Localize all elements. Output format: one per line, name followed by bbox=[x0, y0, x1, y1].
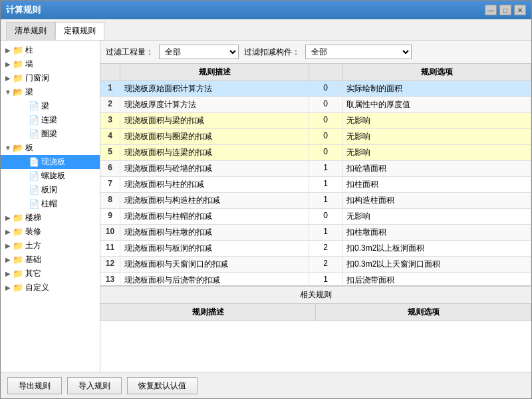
folder-icon-earth: 📁 bbox=[13, 241, 23, 251]
sidebar-label-slab: 板 bbox=[25, 142, 33, 154]
table-row[interactable]: 10 现浇板面积与柱墩的扣减 1 扣柱墩面积 bbox=[100, 225, 531, 241]
td-val: 2 bbox=[309, 241, 342, 256]
tree-arrow-col: ▶ bbox=[3, 47, 13, 54]
td-desc: 现浇板面积与柱的扣减 bbox=[120, 177, 309, 192]
sidebar-item-decoration[interactable]: ▶ 📁 装修 bbox=[1, 225, 100, 239]
tab-checklist[interactable]: 清单规则 bbox=[6, 22, 55, 40]
td-desc: 现浇板原始面积计算方法 bbox=[120, 81, 309, 96]
restore-button[interactable]: 恢复默认认值 bbox=[127, 377, 198, 394]
td-num: 1 bbox=[100, 81, 120, 96]
sidebar-label-luo: 螺旋板 bbox=[41, 170, 65, 182]
sidebar-item-ban-dong[interactable]: 📄 板洞 bbox=[1, 183, 100, 197]
import-button[interactable]: 导入规则 bbox=[67, 377, 122, 394]
sidebar-label-lian: 连梁 bbox=[41, 114, 57, 126]
td-val: 0 bbox=[309, 81, 342, 96]
related-table-header: 规则描述 规则选项 bbox=[100, 304, 531, 321]
td-option: 扣后浇带面积 bbox=[342, 273, 531, 285]
table-row[interactable]: 7 现浇板面积与柱的扣减 1 扣柱面积 bbox=[100, 177, 531, 193]
table-row[interactable]: 9 现浇板面积与柱帽的扣减 0 无影响 bbox=[100, 209, 531, 225]
minimize-button[interactable]: — bbox=[485, 5, 497, 15]
td-option: 无影响 bbox=[342, 113, 531, 128]
sidebar-item-custom[interactable]: ▶ 📁 自定义 bbox=[1, 281, 100, 295]
sidebar-label-door: 门窗洞 bbox=[25, 72, 49, 84]
td-val: 1 bbox=[309, 177, 342, 192]
td-desc: 现浇板面积与后浇带的扣减 bbox=[120, 273, 309, 285]
table-row[interactable]: 8 现浇板面积与构造柱的扣减 1 扣构造柱面积 bbox=[100, 193, 531, 209]
td-option: 扣构造柱面积 bbox=[342, 193, 531, 208]
sidebar-item-lian-beam[interactable]: 📄 连梁 bbox=[1, 113, 100, 127]
td-option: 扣柱墩面积 bbox=[342, 225, 531, 240]
sidebar-item-col[interactable]: ▶ 📁 柱 bbox=[1, 43, 100, 57]
tab-quota[interactable]: 定额规则 bbox=[55, 22, 104, 40]
sidebar-item-foundation[interactable]: ▶ 📁 基础 bbox=[1, 253, 100, 267]
rules-table-section: 规则描述 规则选项 1 现浇板原始面积计算方法 0 实际绘制的面积 2 现浇板厚… bbox=[100, 64, 531, 285]
sidebar-label-wall: 墙 bbox=[25, 59, 33, 70]
table-row[interactable]: 12 现浇板面积与天窗洞口的扣减 2 扣0.3m2以上天窗洞口面积 bbox=[100, 257, 531, 273]
folder-icon-luo: 📄 bbox=[29, 171, 39, 181]
table-row[interactable]: 1 现浇板原始面积计算方法 0 实际绘制的面积 bbox=[100, 81, 531, 97]
td-num: 10 bbox=[100, 225, 120, 240]
sidebar-item-xian-slab[interactable]: 📄 现浇板 bbox=[1, 155, 100, 169]
tree-arrow-beam: ▼ bbox=[3, 88, 13, 96]
close-button[interactable]: ✕ bbox=[514, 5, 526, 15]
related-header: 相关规则 bbox=[100, 287, 531, 304]
maximize-button[interactable]: □ bbox=[499, 5, 511, 15]
sidebar-item-beam[interactable]: ▼ 📂 梁 bbox=[1, 85, 100, 99]
td-desc: 现浇板面积与板洞的扣减 bbox=[120, 241, 309, 256]
tree-arrow-stairs: ▶ bbox=[3, 214, 13, 221]
td-num: 5 bbox=[100, 145, 120, 160]
sidebar-item-other[interactable]: ▶ 📁 其它 bbox=[1, 267, 100, 281]
sidebar-item-earthwork[interactable]: ▶ 📁 土方 bbox=[1, 239, 100, 253]
table-row[interactable]: 3 现浇板面积与梁的扣减 0 无影响 bbox=[100, 113, 531, 129]
right-panel: 过滤工程量： 全部 过滤扣减构件： 全部 规则描述 规则选项 bbox=[100, 41, 531, 372]
tree-arrow-custom: ▶ bbox=[3, 284, 13, 291]
main-content: ▶ 📁 柱 ▶ 📁 墙 ▶ 📁 门窗洞 ▼ 📂 梁 bbox=[1, 40, 531, 372]
td-num: 11 bbox=[100, 241, 120, 256]
sidebar-item-slab[interactable]: ▼ 📂 板 bbox=[1, 141, 100, 155]
td-desc: 现浇板厚度计算方法 bbox=[120, 97, 309, 112]
related-table-body bbox=[100, 321, 531, 372]
td-val: 0 bbox=[309, 209, 342, 224]
table-body: 1 现浇板原始面积计算方法 0 实际绘制的面积 2 现浇板厚度计算方法 0 取属… bbox=[100, 81, 531, 285]
export-button[interactable]: 导出规则 bbox=[7, 377, 62, 394]
sidebar: ▶ 📁 柱 ▶ 📁 墙 ▶ 📁 门窗洞 ▼ 📂 梁 bbox=[1, 41, 100, 372]
td-desc: 现浇板面积与圈梁的扣减 bbox=[120, 129, 309, 144]
filter-deduct-select[interactable]: 全部 bbox=[305, 45, 412, 59]
sidebar-item-beam-sub[interactable]: 📄 梁 bbox=[1, 99, 100, 113]
folder-icon-mao: 📄 bbox=[29, 199, 39, 209]
filter-project-select[interactable]: 全部 bbox=[159, 45, 239, 59]
td-num: 3 bbox=[100, 113, 120, 128]
table-row[interactable]: 5 现浇板面积与连梁的扣减 0 无影响 bbox=[100, 145, 531, 161]
th-option: 规则选项 bbox=[342, 64, 531, 80]
td-option: 扣柱面积 bbox=[342, 177, 531, 192]
td-option: 扣0.3m2以上天窗洞口面积 bbox=[342, 257, 531, 272]
sidebar-item-luo-slab[interactable]: 📄 螺旋板 bbox=[1, 169, 100, 183]
table-row[interactable]: 11 现浇板面积与板洞的扣减 2 扣0.3m2以上板洞面积 bbox=[100, 241, 531, 257]
td-option: 实际绘制的面积 bbox=[342, 81, 531, 96]
table-row[interactable]: 13 现浇板面积与后浇带的扣减 1 扣后浇带面积 bbox=[100, 273, 531, 285]
table-row[interactable]: 4 现浇板面积与圈梁的扣减 0 无影响 bbox=[100, 129, 531, 145]
sidebar-label-stairs: 楼梯 bbox=[25, 212, 41, 223]
tree-arrow-deco: ▶ bbox=[3, 228, 13, 235]
td-val: 1 bbox=[309, 161, 342, 176]
folder-icon-door: 📁 bbox=[13, 73, 23, 83]
table-row[interactable]: 6 现浇板面积与砼墙的扣减 1 扣砼墙面积 bbox=[100, 161, 531, 177]
folder-icon-wall: 📁 bbox=[13, 59, 23, 69]
related-section: 相关规则 规则描述 规则选项 bbox=[100, 285, 531, 372]
table-row[interactable]: 2 现浇板厚度计算方法 0 取属性中的厚度值 bbox=[100, 97, 531, 113]
sidebar-item-wall[interactable]: ▶ 📁 墙 bbox=[1, 57, 100, 71]
td-option: 无影响 bbox=[342, 209, 531, 224]
sidebar-item-stairs[interactable]: ▶ 📁 楼梯 bbox=[1, 211, 100, 225]
folder-icon-beam: 📂 bbox=[13, 87, 23, 97]
sidebar-label-quan: 圈梁 bbox=[41, 128, 57, 140]
sidebar-item-zhu-mao[interactable]: 📄 柱帽 bbox=[1, 197, 100, 211]
sidebar-item-door-window[interactable]: ▶ 📁 门窗洞 bbox=[1, 71, 100, 85]
tree-arrow-found: ▶ bbox=[3, 256, 13, 263]
td-desc: 现浇板面积与柱墩的扣减 bbox=[120, 225, 309, 240]
sidebar-item-quan-beam[interactable]: 📄 圈梁 bbox=[1, 127, 100, 141]
related-th-desc: 规则描述 bbox=[100, 304, 316, 321]
td-val: 2 bbox=[309, 257, 342, 272]
sidebar-label-ban: 板洞 bbox=[41, 184, 57, 196]
sidebar-label-xian: 现浇板 bbox=[41, 156, 65, 168]
tab-bar: 清单规则 定额规则 bbox=[1, 19, 531, 40]
